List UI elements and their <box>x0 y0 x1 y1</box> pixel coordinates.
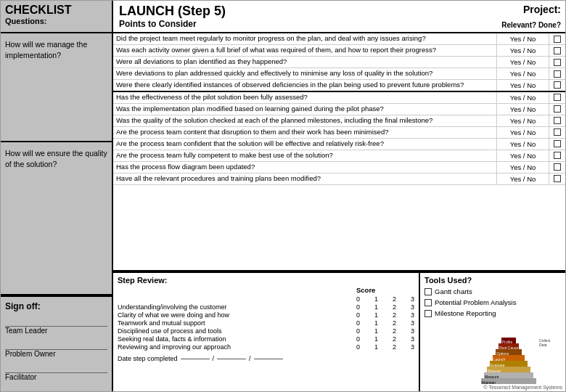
yes-no-3: Yes / No <box>497 57 549 68</box>
r4-s2: 2 <box>393 327 396 335</box>
question-row-7: Was the implementation plan modified bas… <box>113 104 565 115</box>
content-area: Did the project team meet regularly to m… <box>113 33 565 391</box>
question-text-12: Has the process flow diagram been update… <box>113 162 497 173</box>
question-row-12: Has the process flow diagram been update… <box>113 162 565 173</box>
pyramid-svg: Maintain Measure Balance Evaluate <box>481 329 561 384</box>
problem-owner-field: Problem Owner <box>5 339 107 358</box>
question-text-13: Have all the relevant procedures and tra… <box>113 173 497 184</box>
problem-owner-label: Problem Owner <box>5 350 55 358</box>
checkbox-11[interactable] <box>549 150 565 161</box>
date-sep-2: / <box>249 355 251 362</box>
question-row-10: Are the process team confident that the … <box>113 139 565 150</box>
question-row-2: Was each activity owner given a full bri… <box>113 45 565 57</box>
main-content: How will we manage the implementation? H… <box>1 33 565 391</box>
checkbox-4[interactable] <box>549 68 565 79</box>
questions-area: Did the project team meet regularly to m… <box>113 33 565 271</box>
r1-s3: 3 <box>411 303 414 311</box>
r6-s3: 3 <box>411 343 414 351</box>
review-label-6: Reviewing and improving our approach <box>118 343 356 351</box>
checkbox-7[interactable] <box>549 104 565 115</box>
score-nums-header: Score <box>356 286 414 294</box>
review-scores-3: 0 1 2 3 <box>356 319 414 327</box>
score-numbers: 0 1 2 3 <box>356 295 414 303</box>
question-row-8: Was the quality of the solution checked … <box>113 115 565 127</box>
question-text-9: Are the process team content that disrup… <box>113 127 497 138</box>
r1-s2: 2 <box>393 303 396 311</box>
date-line-3 <box>254 359 283 359</box>
tool-checkbox-1[interactable] <box>424 288 432 295</box>
date-sep-1: / <box>213 355 215 362</box>
checkbox-1[interactable] <box>549 33 565 44</box>
bottom-area: Step Review: Score 0 1 2 <box>113 271 565 391</box>
review-scores-4: 0 1 2 3 <box>356 327 414 335</box>
question-text-8: Was the quality of the solution checked … <box>113 115 497 126</box>
r3-s1: 1 <box>374 319 378 327</box>
question-row-3: Were all deviations to plan identified a… <box>113 57 565 68</box>
checkbox-3[interactable] <box>549 57 565 68</box>
yes-no-7: Yes / No <box>497 104 549 115</box>
checkbox-8[interactable] <box>549 115 565 126</box>
svg-text:Data: Data <box>539 343 547 347</box>
tool-label-2: Potential Problem Analysis <box>435 298 516 306</box>
checkbox-12[interactable] <box>549 162 565 173</box>
tool-item-2: Potential Problem Analysis <box>424 298 561 306</box>
r6-s0: 0 <box>356 343 360 351</box>
yes-no-13: Yes / No <box>497 173 549 184</box>
r1-s1: 1 <box>374 303 378 311</box>
review-scores-1: 0 1 2 3 <box>356 303 414 311</box>
checkbox-5[interactable] <box>549 80 565 91</box>
problem-owner-line <box>5 339 107 350</box>
r5-s1: 1 <box>374 335 378 343</box>
launch-title: LAUNCH (Step 5) <box>119 4 465 19</box>
tool-item-3: Milestone Reporting <box>424 309 561 317</box>
review-row-5: Seeking real data, facts & information 0… <box>118 335 414 343</box>
checkbox-9[interactable] <box>549 127 565 138</box>
question-row-5: Were there clearly identified instances … <box>113 80 565 92</box>
yes-no-11: Yes / No <box>497 150 549 161</box>
score-row-label <box>118 286 356 294</box>
review-label-2: Clarity of what we were doing and how <box>118 311 356 319</box>
step-review: Step Review: Score 0 1 2 <box>113 273 420 391</box>
question-row-13: Have all the relevant procedures and tra… <box>113 173 565 185</box>
question-text-5: Were there clearly identified instances … <box>113 80 497 91</box>
svg-text:Options: Options <box>496 351 509 356</box>
score-numbers-row: 0 1 2 3 <box>118 295 414 303</box>
r2-s0: 0 <box>356 311 360 319</box>
yes-no-10: Yes / No <box>497 139 549 150</box>
score-header: Score <box>118 286 414 294</box>
r4-s3: 3 <box>411 327 414 335</box>
r3-s2: 2 <box>393 319 396 327</box>
checklist-title: CHECKLIST <box>5 4 107 17</box>
checkbox-6[interactable] <box>549 92 565 103</box>
review-row-4: Disciplined use of process and tools 0 1… <box>118 327 414 335</box>
r3-s3: 3 <box>411 319 414 327</box>
tools-used: Tools Used? Gantt charts Potential Probl… <box>420 273 565 391</box>
team-leader-label: Team Leader <box>5 327 47 335</box>
question-text-7: Was the implementation plan modified bas… <box>113 104 497 115</box>
svg-text:Launch: Launch <box>493 357 506 362</box>
r6-s1: 1 <box>374 343 378 351</box>
checkbox-13[interactable] <box>549 173 565 184</box>
question-text-11: Are the process team fully competent to … <box>113 150 497 161</box>
step-review-title: Step Review: <box>118 276 414 285</box>
svg-text:Maintain: Maintain <box>482 380 496 384</box>
yes-no-1: Yes / No <box>497 33 549 44</box>
tool-label-1: Gantt charts <box>435 287 472 295</box>
date-label: Date step completed <box>118 355 178 362</box>
questions-label: Questions: <box>5 17 107 25</box>
checkbox-10[interactable] <box>549 139 565 150</box>
svg-text:Measure: Measure <box>485 375 499 379</box>
r5-s3: 3 <box>411 335 414 343</box>
tool-checkbox-2[interactable] <box>424 299 432 306</box>
checkbox-2[interactable] <box>549 45 565 56</box>
review-row-3: Teamwork and mutual support 0 1 2 3 <box>118 319 414 327</box>
sidebar: How will we manage the implementation? H… <box>1 33 113 391</box>
score-3: 3 <box>411 295 414 303</box>
review-row-2: Clarity of what we were doing and how 0 … <box>118 311 414 319</box>
tool-checkbox-3[interactable] <box>424 310 432 317</box>
r2-s2: 2 <box>393 311 396 319</box>
facilitator-line <box>5 362 107 373</box>
yes-no-2: Yes / No <box>497 45 549 56</box>
r3-s0: 0 <box>356 319 360 327</box>
team-leader-field: Team Leader <box>5 316 107 335</box>
